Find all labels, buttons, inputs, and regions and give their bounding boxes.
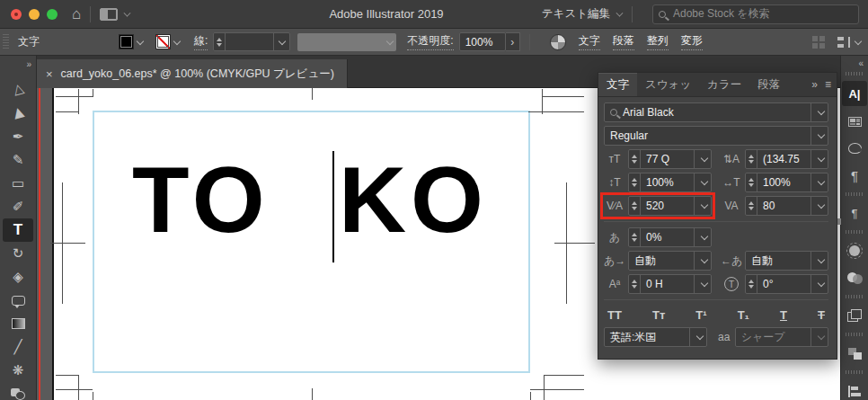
chevron-down-icon[interactable] xyxy=(694,275,711,293)
chevron-down-icon[interactable] xyxy=(173,37,181,44)
chevron-down-icon[interactable] xyxy=(810,150,828,168)
workspace-switcher[interactable]: テキスト編集 xyxy=(542,6,610,22)
drag-grip[interactable] xyxy=(3,34,9,50)
stroke-color-swatch[interactable] xyxy=(155,34,171,49)
character-rotation-combo[interactable]: 0° xyxy=(745,274,828,294)
font-style-combo[interactable]: Regular xyxy=(604,126,828,146)
transform-panel-link[interactable]: 変形 xyxy=(681,33,703,50)
glyphs-panel-tile[interactable]: ¶ xyxy=(842,201,867,225)
artboard-text-to[interactable]: TO xyxy=(132,153,270,246)
drag-grip[interactable] xyxy=(846,192,864,196)
color-panel-tile[interactable] xyxy=(842,137,867,160)
home-icon[interactable]: ⌂ xyxy=(72,5,81,23)
pen-tool[interactable]: ✒ xyxy=(3,125,33,148)
font-family-combo[interactable]: Arial Black xyxy=(604,102,828,122)
underline-button[interactable]: T xyxy=(780,308,787,322)
character-panel-tile[interactable]: A| xyxy=(842,81,867,106)
panel-menu-icon[interactable]: ≡ xyxy=(825,78,831,91)
chevron-down-icon[interactable] xyxy=(855,37,862,44)
chevron-down-icon[interactable] xyxy=(810,197,828,215)
gradient-tool[interactable] xyxy=(3,312,33,335)
shape-builder-tool[interactable] xyxy=(3,382,33,400)
close-window-button[interactable] xyxy=(11,9,22,20)
chevron-down-icon[interactable] xyxy=(137,37,144,44)
tsume-combo[interactable]: 0% xyxy=(628,227,712,247)
tab-paragraph[interactable]: 段落 xyxy=(749,73,788,96)
document-tab[interactable]: × card_yoko_06.eps* @ 100% (CMYK/GPU プレビ… xyxy=(37,59,348,88)
chevron-down-icon[interactable] xyxy=(810,252,828,270)
opacity-expand-button[interactable]: › xyxy=(506,32,520,51)
paragraph-panel-link[interactable]: 段落 xyxy=(613,33,634,50)
align-panel-link[interactable]: 整列 xyxy=(647,33,669,50)
minimize-window-button[interactable] xyxy=(29,9,40,20)
chevron-down-icon[interactable] xyxy=(694,252,711,270)
baseline-shift-combo[interactable]: 0 H xyxy=(628,274,712,294)
pathfinder-panel-tile[interactable] xyxy=(842,342,867,365)
align-panel-tile[interactable] xyxy=(842,379,867,400)
paragraph-panel-tile[interactable]: ¶ xyxy=(842,164,867,187)
recolor-artwork-icon[interactable] xyxy=(550,34,566,50)
stepper[interactable] xyxy=(629,150,641,168)
rectangle-tool[interactable]: ▭ xyxy=(3,172,33,195)
tab-swatches[interactable]: スウォッ xyxy=(637,73,699,96)
drag-grip[interactable] xyxy=(846,370,864,374)
stepper[interactable] xyxy=(746,173,757,191)
curvature-tool[interactable]: ✎ xyxy=(3,148,33,172)
rotate-tool[interactable]: ↻ xyxy=(3,242,33,265)
stepper[interactable] xyxy=(629,228,641,246)
swatches-panel-tile[interactable] xyxy=(842,110,867,133)
chevron-down-icon[interactable] xyxy=(694,197,711,215)
kerning-combo[interactable]: 520 xyxy=(628,196,712,216)
vertical-scale-combo[interactable]: 100% xyxy=(628,173,712,192)
comment-tool[interactable] xyxy=(3,289,33,312)
close-tab-icon[interactable]: × xyxy=(46,67,53,81)
select-similar-icon[interactable] xyxy=(812,36,825,49)
opacity-label[interactable]: 不透明度: xyxy=(407,33,453,50)
chevron-down-icon[interactable] xyxy=(694,228,711,246)
artboard-text-ko[interactable]: KO xyxy=(339,153,488,246)
horizontal-scale-combo[interactable]: 100% xyxy=(745,173,828,192)
eraser-tool[interactable]: ◈ xyxy=(3,265,33,289)
collapse-dock-icon[interactable]: « xyxy=(858,58,863,68)
drag-grip[interactable] xyxy=(846,333,864,336)
tab-color[interactable]: カラー xyxy=(699,73,749,96)
chevron-down-icon[interactable] xyxy=(689,328,706,346)
eyedropper-tool[interactable]: ╱ xyxy=(3,335,33,359)
chevron-down-icon[interactable] xyxy=(810,173,828,191)
chevron-down-icon[interactable] xyxy=(694,150,711,168)
chevron-down-icon[interactable] xyxy=(810,275,828,293)
chevron-down-icon[interactable] xyxy=(273,33,289,50)
zoom-window-button[interactable] xyxy=(47,9,58,20)
transform-panel-tile[interactable] xyxy=(842,304,867,327)
stock-search-input[interactable]: Adobe Stock を検索 xyxy=(652,4,859,24)
drag-grip[interactable] xyxy=(846,72,864,76)
character-panel-link[interactable]: 文字 xyxy=(579,33,600,50)
aki-after-dropdown[interactable]: 自動 xyxy=(745,251,828,271)
language-dropdown[interactable]: 英語:米国 xyxy=(604,327,707,347)
chevron-down-icon[interactable] xyxy=(810,103,828,121)
appearance-panel-tile[interactable] xyxy=(842,239,867,262)
small-caps-button[interactable]: Tт xyxy=(652,308,665,322)
brush-definition-dropdown[interactable] xyxy=(297,33,396,51)
subscript-button[interactable]: T₁ xyxy=(738,308,749,322)
expand-toolbar-icon[interactable]: » xyxy=(26,59,31,69)
stepper[interactable] xyxy=(629,275,641,293)
stepper[interactable] xyxy=(214,33,226,50)
symbol-sprayer-tool[interactable]: ❋ xyxy=(3,359,33,382)
stepper[interactable] xyxy=(629,173,641,191)
strikethrough-button[interactable]: T xyxy=(818,308,825,322)
direct-selection-tool[interactable]: ▶ xyxy=(3,102,33,125)
stepper[interactable] xyxy=(746,150,757,168)
stepper[interactable] xyxy=(629,197,641,215)
transparency-panel-tile[interactable] xyxy=(842,266,867,289)
panel-overflow-icon[interactable]: » xyxy=(811,78,818,91)
drag-grip[interactable] xyxy=(846,295,864,298)
tab-character[interactable]: 文字 xyxy=(598,73,637,96)
font-size-combo[interactable]: 77 Q xyxy=(628,149,712,169)
antialias-dropdown[interactable]: シャープ xyxy=(735,327,828,347)
stepper[interactable] xyxy=(746,275,757,293)
chevron-down-icon[interactable] xyxy=(124,9,131,16)
selection-tool[interactable]: ▷ xyxy=(3,78,33,102)
chevron-down-icon[interactable] xyxy=(694,173,711,191)
paintbrush-tool[interactable]: ✐ xyxy=(3,195,33,218)
